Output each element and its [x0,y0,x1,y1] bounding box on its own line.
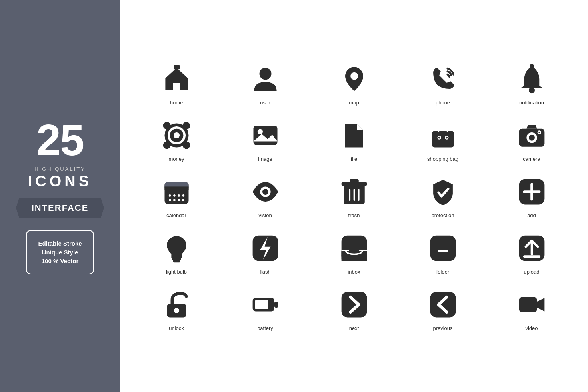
trash-icon-item: trash [314,170,394,222]
protection-label: protection [431,212,454,218]
svg-point-31 [173,194,176,197]
unlock-icon [158,287,194,323]
camera-icon-item: camera [491,114,572,166]
svg-rect-15 [432,131,454,147]
battery-icon-item: battery [225,283,306,335]
calendar-icon [158,174,194,210]
image-icon [247,118,283,154]
svg-point-34 [168,199,171,201]
notification-icon [514,61,550,97]
home-label: home [170,100,183,106]
user-icon-item: user [225,57,306,110]
calendar-label: calendar [166,212,186,218]
trash-icon [336,174,372,210]
svg-rect-27 [164,186,188,190]
svg-point-36 [178,199,180,201]
upload-label: upload [524,269,539,275]
light-bulb-icon-item: light bulb [136,226,217,279]
file-label: file [351,156,358,162]
add-icon [514,174,550,210]
map-icon [336,61,372,97]
next-label: next [349,325,359,331]
shopping-bag-icon-item: shopping bag [402,114,483,166]
svg-rect-57 [438,250,448,252]
trash-label: trash [348,212,360,218]
flash-label: flash [260,269,270,275]
svg-point-33 [182,194,184,197]
svg-point-24 [538,132,540,133]
svg-point-62 [174,308,179,313]
svg-rect-64 [274,302,278,308]
light-bulb-label: light bulb [166,269,187,275]
svg-point-35 [173,199,176,201]
svg-rect-12 [253,126,277,145]
shopping-bag-icon [425,118,461,154]
money-label: money [168,156,184,162]
svg-rect-42 [350,179,359,183]
svg-rect-65 [255,300,268,309]
svg-point-28 [169,179,173,182]
next-icon [336,287,372,323]
file-icon-item: file [314,114,394,166]
inbox-icon [336,230,372,266]
svg-point-1 [259,68,271,80]
svg-point-11 [182,142,190,149]
svg-point-4 [529,87,535,93]
battery-label: battery [257,325,273,331]
svg-rect-49 [172,258,181,260]
svg-rect-66 [341,292,367,318]
feature-2: Unique Style [38,249,82,256]
svg-point-39 [262,189,268,195]
camera-label: camera [523,156,540,162]
inbox-label: inbox [348,269,360,275]
previous-icon [425,287,461,323]
folder-icon [425,230,461,266]
svg-point-30 [168,194,171,197]
add-icon-item: add [491,170,572,222]
video-label: video [525,325,538,331]
calendar-icon-item: calendar [136,170,217,222]
video-icon-item: video [491,283,572,335]
flash-icon [247,230,283,266]
money-icon-item: money [136,114,217,166]
icons-grid: home user map [136,57,572,335]
map-label: map [349,100,359,106]
hq-label: HIGH QUALITY [18,166,102,172]
svg-point-7 [174,132,180,138]
right-panel: home user map [120,0,588,392]
user-icon [247,61,283,97]
svg-point-8 [163,122,170,130]
unlock-label: unlock [169,325,184,331]
money-icon [158,118,194,154]
battery-icon [247,287,283,323]
svg-point-29 [180,179,183,182]
previous-icon-item: previous [402,283,483,335]
previous-label: previous [433,325,452,331]
camera-icon [514,118,550,154]
unlock-icon-item: unlock [136,283,217,335]
svg-point-9 [182,122,190,130]
big-number: 25 [36,118,84,162]
home-icon-item: home [136,57,217,110]
protection-icon-item: protection [402,170,483,222]
video-icon [514,287,550,323]
feature-1: Editable Stroke [38,240,82,247]
banner: INTERFACE [16,198,104,218]
svg-point-22 [529,135,535,141]
upload-icon [514,230,550,266]
inbox-icon-item: inbox [314,226,394,279]
user-label: user [260,100,270,106]
svg-point-10 [163,142,170,149]
home-icon [158,61,194,97]
phone-icon [425,61,461,97]
svg-point-3 [529,64,534,68]
svg-rect-0 [174,65,180,69]
vision-icon-item: vision [225,170,306,222]
svg-point-32 [178,194,180,197]
shopping-bag-label: shopping bag [427,156,458,162]
protection-icon [425,174,461,210]
svg-rect-68 [519,297,537,312]
svg-point-13 [257,129,262,134]
folder-icon-item: folder [402,226,483,279]
svg-point-18 [438,137,440,139]
